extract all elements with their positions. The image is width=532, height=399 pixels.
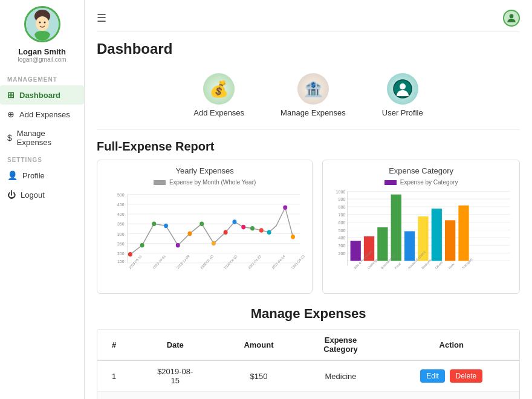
row1-edit-button[interactable]: Edit [420,369,445,383]
yearly-chart-legend: Expense by Month (Whole Year) [103,179,306,186]
yearly-chart-title: Yearly Expenses [103,166,306,175]
table-header-row: # Date Amount ExpenseCategory Action [97,329,519,360]
quick-action-manage-label: Manage Expenses [281,108,346,117]
top-bar: ☰ [97,10,520,32]
svg-text:500: 500 [339,227,346,233]
quick-action-add-label: Add Expenses [193,108,244,117]
svg-point-28 [164,224,168,229]
logout-icon: ⏻ [7,190,16,199]
category-legend-label: Expense by Category [400,179,458,186]
category-legend-color [384,180,397,185]
manage-expenses-title: Manage Expenses [97,306,520,322]
profile-icon: 👤 [7,170,18,180]
svg-text:2021-04-22: 2021-04-22 [247,255,262,270]
svg-text:150: 150 [117,259,125,264]
svg-point-4 [44,22,45,24]
line-chart-svg: 500 450 400 350 300 250 200 150 [103,188,306,273]
svg-text:250: 250 [117,241,125,246]
svg-text:2020-04-02: 2020-04-02 [224,255,238,270]
bar-chart-svg: 1000 900 800 700 600 500 400 300 200 [329,188,513,285]
sidebar-item-profile[interactable]: 👤 Profile [0,166,84,185]
svg-point-39 [283,206,287,210]
svg-text:2019-10-01: 2019-10-01 [152,255,166,270]
svg-text:Food: Food [394,262,401,270]
management-section-label: MANAGEMENT [0,76,57,83]
sidebar-label-add-expenses: Add Expenses [19,110,70,119]
row1-date: $2019-08-15 [131,360,219,392]
yearly-legend-label: Expense by Month (Whole Year) [169,179,256,186]
quick-action-manage-expenses[interactable]: 🏦 Manage Expenses [281,73,346,117]
expenses-table-wrap: # Date Amount ExpenseCategory Action 1 $… [97,329,520,399]
svg-point-5 [510,14,514,18]
svg-text:300: 300 [339,243,346,248]
manage-expenses-icon: $ [7,133,12,143]
svg-rect-76 [445,220,455,261]
svg-point-34 [232,219,236,224]
svg-rect-73 [404,231,415,261]
sidebar-username: Logan Smith [18,47,66,56]
row2-category: Food [298,392,384,400]
expenses-table: # Date Amount ExpenseCategory Action 1 $… [97,329,519,399]
yearly-expenses-chart: Yearly Expenses Expense by Month (Whole … [97,160,313,294]
charts-row: Yearly Expenses Expense by Month (Whole … [97,160,520,294]
svg-text:2020-02-03: 2020-02-03 [199,255,214,270]
svg-point-37 [259,228,264,233]
add-expenses-icon: ⊕ [7,109,15,119]
svg-text:2021-04-14: 2021-04-14 [271,255,286,270]
col-header-category: ExpenseCategory [298,329,384,360]
sidebar-item-manage-expenses[interactable]: $ Manage Expenses [0,124,84,152]
sidebar-item-dashboard[interactable]: ⊞ Dashboard [0,85,84,105]
main-content: ☰ Dashboard 💰 Add Expenses 🏦 Manage Expe… [85,0,532,399]
svg-text:Rent: Rent [448,262,455,270]
svg-text:200: 200 [339,251,346,256]
row2-amount: $120 [219,392,297,400]
svg-point-27 [152,221,156,226]
sidebar-item-add-expenses[interactable]: ⊕ Add Expenses [0,105,84,124]
category-chart-legend: Expense by Category [329,179,513,186]
svg-point-2 [36,16,49,31]
row1-num: 1 [97,360,131,392]
manage-expenses-qa-icon: 🏦 [297,73,329,105]
expense-category-chart: Expense Category Expense by Category [322,160,520,294]
svg-rect-72 [391,195,401,261]
svg-rect-69 [351,241,361,261]
col-header-num: # [97,329,131,360]
svg-text:300: 300 [117,231,125,236]
svg-point-25 [128,252,132,257]
svg-text:450: 450 [117,202,125,207]
full-expense-report-title: Full-Expense Report [97,140,520,154]
sidebar-label-manage-expenses: Manage Expenses [17,129,77,147]
svg-rect-77 [459,206,469,261]
sidebar-item-logout[interactable]: ⏻ Logout [0,185,84,204]
avatar [24,6,60,42]
col-header-date: Date [131,329,219,360]
svg-text:400: 400 [117,212,125,217]
row1-actions: Edit Delete [384,360,519,392]
sidebar: Logan Smith logan@gmail.com MANAGEMENT ⊞… [0,0,85,399]
quick-actions: 💰 Add Expenses 🏦 Manage Expenses User Pr… [97,67,520,130]
sidebar-label-logout: Logout [21,190,45,199]
svg-point-31 [199,221,204,226]
hamburger-icon[interactable]: ☰ [97,11,106,25]
page-title: Dashboard [97,41,520,57]
quick-action-add-expenses[interactable]: 💰 Add Expenses [193,73,244,117]
row2-num: 2 [97,392,131,400]
svg-text:900: 900 [339,196,346,202]
quick-action-user-profile[interactable]: User Profile [382,73,423,117]
col-header-action: Action [384,329,519,360]
svg-text:Others: Others [435,260,444,270]
row1-delete-button[interactable]: Delete [450,369,483,383]
quick-action-profile-label: User Profile [382,108,423,117]
row2-actions: Edit Delete [384,392,519,400]
add-expenses-qa-icon: 💰 [203,73,235,105]
svg-text:2021-04-23: 2021-04-23 [291,255,305,270]
sidebar-email: logan@gmail.com [18,56,66,63]
svg-rect-75 [432,209,442,261]
svg-point-29 [176,243,180,248]
settings-section-label: SETTINGS [0,157,42,163]
sidebar-label-profile: Profile [22,171,45,180]
svg-text:500: 500 [117,192,125,198]
svg-text:600: 600 [339,220,346,225]
header-user-avatar[interactable] [503,10,520,27]
svg-point-40 [291,235,295,239]
